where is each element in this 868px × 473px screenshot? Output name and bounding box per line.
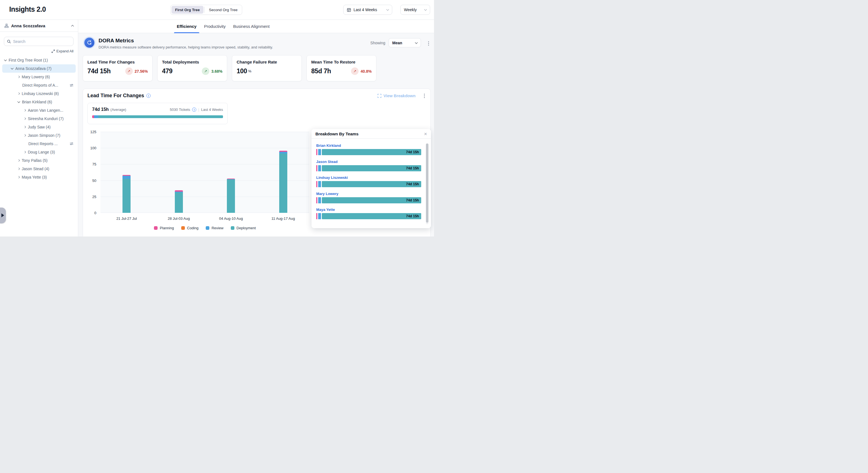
team-name-link[interactable]: Brian Kirkland — [316, 144, 421, 148]
scrollbar-thumb[interactable] — [426, 144, 428, 223]
stacked-bar[interactable] — [175, 190, 183, 213]
tickets-info-icon[interactable] — [192, 108, 196, 112]
tab-business-alignment[interactable]: Business Alignment — [233, 20, 270, 33]
chevron-right-icon[interactable] — [24, 118, 26, 120]
legend-item-planning[interactable]: Planning — [154, 226, 174, 230]
tree-row-7[interactable]: Sireesha Kunduri (7) — [2, 115, 76, 123]
chevron-up-icon[interactable] — [71, 25, 74, 28]
breakdown-team-row: Maya Yette74d 15h — [316, 208, 421, 219]
date-range-dropdown[interactable]: Last 4 Weeks — [343, 5, 392, 15]
metric-card: Change Failure Rate100% — [232, 55, 302, 81]
chevron-right-icon[interactable] — [24, 109, 26, 112]
chevron-down-icon[interactable] — [18, 100, 20, 103]
filter-sliders-icon[interactable] — [70, 83, 73, 87]
bar-segment-deployment — [279, 153, 287, 213]
bar-segment-deployment — [123, 179, 130, 213]
gridline — [100, 180, 309, 181]
tree-item-label: Direct Reports of A... — [22, 83, 58, 87]
y-tick-label: 0 — [94, 211, 96, 215]
app-title: Insights 2.0 — [9, 5, 46, 13]
filter-sliders-icon[interactable] — [70, 142, 73, 146]
metric-delta-value: 40.8% — [361, 69, 372, 73]
metric-card: Lead Time For Changes74d 15h↗27.56% — [83, 55, 153, 81]
chevron-right-icon[interactable] — [18, 159, 20, 161]
chevron-down-icon — [415, 41, 418, 44]
team-name-link[interactable]: Lindsay Liszewski — [316, 176, 421, 180]
team-bar-segment — [318, 149, 321, 155]
view-breakdown-button[interactable]: View Breakdown — [377, 94, 415, 98]
search-icon — [7, 39, 11, 43]
search-input[interactable] — [13, 39, 70, 44]
close-icon[interactable]: × — [424, 131, 427, 137]
content-area: DORA Metrics DORA metrics measure softwa… — [78, 33, 434, 237]
chevron-down-icon[interactable] — [4, 59, 7, 61]
tree-row-1[interactable]: Anna Scozzafava (7) — [2, 64, 76, 73]
tree-row-3[interactable]: Direct Reports of A... — [2, 81, 76, 89]
stacked-bar[interactable] — [123, 175, 130, 213]
team-phase-bar: 74d 15h — [316, 213, 421, 219]
metric-value: 85d 7h — [311, 67, 331, 75]
sidebar-flyout-handle[interactable] — [0, 208, 6, 224]
chevron-right-icon[interactable] — [18, 168, 20, 170]
chevron-right-icon[interactable] — [18, 92, 20, 95]
tree-row-13[interactable]: Jason Stead (4) — [2, 165, 76, 173]
tree-row-11[interactable]: Doug Lange (3) — [2, 148, 76, 156]
org-tree: First Org Tree Root (1)Anna Scozzafava (… — [0, 56, 78, 181]
tree-row-8[interactable]: Judy Saw (4) — [2, 123, 76, 131]
legend-item-deployment[interactable]: Deployment — [231, 226, 256, 230]
average-phase-bar — [92, 115, 223, 118]
chevron-down-icon — [424, 8, 427, 11]
scrollbar-track[interactable] — [426, 144, 428, 224]
legend-item-coding[interactable]: Coding — [181, 226, 198, 230]
info-icon[interactable] — [147, 94, 151, 98]
legend-item-review[interactable]: Review — [206, 226, 223, 230]
org-chart-icon — [4, 24, 9, 28]
toggle-second-org-tree[interactable]: Second Org Tree — [206, 6, 241, 13]
team-bar-segment — [318, 181, 321, 187]
team-bar-segment — [316, 181, 317, 187]
bar-segment-deployment — [175, 193, 183, 213]
tree-row-5[interactable]: Brian Kirkland (6) — [2, 98, 76, 106]
team-value: 74d 15h — [406, 197, 419, 203]
tree-row-6[interactable]: Aaron Van Langen... — [2, 106, 76, 115]
showing-dropdown[interactable]: Mean — [389, 38, 421, 47]
breakdown-panel: Breakdown By Teams × Brian Kirkland74d 1… — [311, 129, 431, 228]
chevron-right-icon[interactable] — [24, 134, 26, 137]
chevron-right-icon[interactable] — [18, 76, 20, 78]
chevron-right-icon[interactable] — [24, 151, 26, 153]
lead-time-card: Lead Time For Changes View Breakdown 74d… — [83, 89, 431, 237]
dora-kebab-menu-icon[interactable] — [427, 40, 430, 47]
team-name-link[interactable]: Maya Yette — [316, 208, 421, 212]
play-icon — [1, 213, 4, 217]
tree-row-0[interactable]: First Org Tree Root (1) — [2, 56, 76, 64]
tickets-count: 5030 Tickets — [170, 108, 190, 112]
tab-bar: EfficiencyProductivityBusiness Alignment — [78, 20, 434, 33]
chevron-right-icon[interactable] — [18, 176, 20, 178]
tab-productivity[interactable]: Productivity — [204, 20, 226, 33]
team-bar-segment — [318, 165, 321, 171]
tree-row-14[interactable]: Maya Yette (3) — [2, 173, 76, 181]
chevron-right-icon[interactable] — [24, 126, 26, 128]
metric-delta: ↗27.56% — [125, 67, 148, 75]
lead-time-kebab-menu-icon[interactable] — [423, 92, 426, 99]
tree-row-9[interactable]: Jason Simpson (7) — [2, 131, 76, 140]
team-name-link[interactable]: Mary Lowery — [316, 191, 421, 196]
tab-efficiency[interactable]: Efficiency — [177, 20, 196, 33]
stacked-bar[interactable] — [227, 179, 235, 213]
stacked-bar[interactable] — [279, 151, 287, 213]
metric-unit: % — [248, 69, 251, 73]
average-value: 74d 15h — [92, 107, 109, 112]
tree-row-12[interactable]: Tony Pallas (5) — [2, 156, 76, 165]
toggle-first-org-tree[interactable]: First Org Tree — [172, 6, 204, 13]
tree-row-10[interactable]: Direct Reports ... — [2, 140, 76, 148]
tree-row-2[interactable]: Mary Lowery (6) — [2, 73, 76, 81]
team-name-link[interactable]: Jason Stead — [316, 159, 421, 164]
tree-row-4[interactable]: Lindsay Liszewski (8) — [2, 89, 76, 98]
x-tick-label: 04 Aug-10 Aug — [219, 216, 243, 220]
chevron-down-icon[interactable] — [11, 67, 13, 70]
granularity-dropdown[interactable]: Weekly — [400, 5, 430, 15]
expand-all-button[interactable]: Expand All — [52, 49, 73, 53]
legend-swatch — [154, 226, 158, 230]
team-phase-bar: 74d 15h — [316, 181, 421, 187]
sidebar-header[interactable]: Anna Scozzafava — [0, 20, 78, 32]
